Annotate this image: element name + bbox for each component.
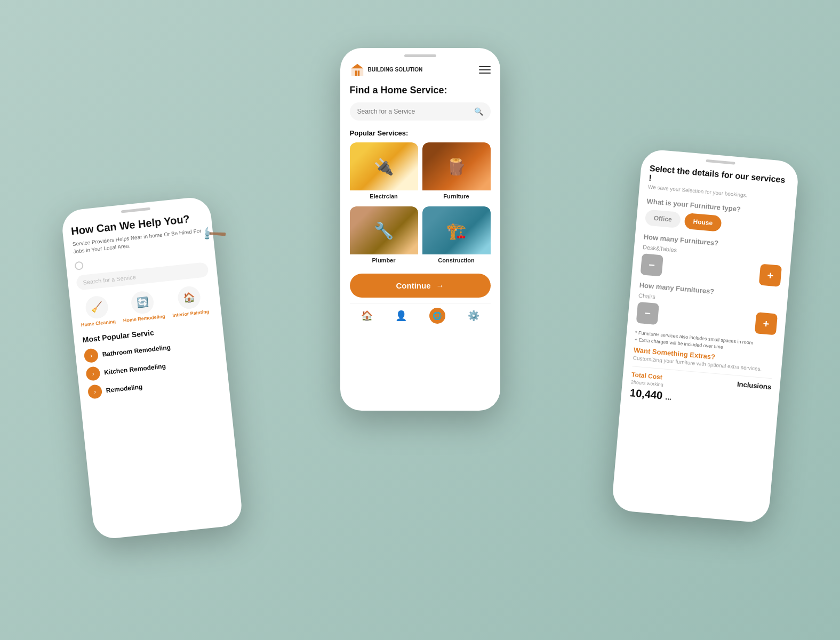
remodeling-arrow-icon: › [87, 384, 103, 399]
svg-rect-2 [355, 70, 357, 76]
chairs-plus-button[interactable]: + [755, 312, 778, 335]
cat-home-cleaning[interactable]: 🧹 Home Cleaning [78, 294, 116, 328]
left-phone: How Can We Help You? Service Providers H… [60, 196, 243, 540]
inclusions-title: Inclusions [737, 380, 771, 391]
svg-rect-3 [357, 70, 359, 76]
electrician-name: Electrcian [350, 190, 418, 202]
service-card-electrician[interactable]: Electrcian [350, 142, 418, 202]
right-phone: Select the details for our services ! We… [611, 148, 799, 523]
option-office[interactable]: Office [645, 209, 681, 228]
center-header: BUILDING SOLUTION [350, 62, 491, 77]
counter-chairs: How many Furnitures? Chairs − + [636, 281, 780, 335]
total-section: Total Cost 2hours working Inclusions 10,… [629, 366, 772, 411]
center-phone: BUILDING SOLUTION Find a Home Service: 🔍… [340, 48, 500, 411]
option-house[interactable]: House [684, 213, 722, 232]
service-card-furniture[interactable]: Furniture [422, 142, 491, 202]
counter-desk-tables: How many Furnitures? Desk&Tables − + [641, 233, 784, 287]
hamburger-menu[interactable] [479, 66, 491, 74]
continue-label: Continue [396, 281, 431, 290]
kitchen-arrow-icon: › [85, 366, 101, 381]
continue-button[interactable]: Continue → [350, 274, 491, 298]
home-remodeling-icon: 🔄 [130, 290, 155, 315]
currency-partial: ... [665, 393, 672, 402]
chairs-minus-button[interactable]: − [636, 302, 659, 325]
furniture-image [422, 142, 491, 190]
construction-name: Construction [422, 254, 491, 266]
search-icon: 🔍 [474, 107, 483, 116]
desk-minus-button[interactable]: − [641, 253, 663, 276]
plumber-image [350, 206, 418, 254]
building-solution-logo [350, 62, 365, 77]
search-input[interactable] [357, 108, 470, 115]
service-card-plumber[interactable]: Plumber [350, 206, 418, 266]
logo-area: BUILDING SOLUTION [350, 62, 423, 77]
bottom-navigation: 🏠 👤 🌐 ⚙️ [350, 303, 491, 326]
cat-interior-painting[interactable]: 🏠 Interior Painting [170, 285, 210, 319]
left-search-placeholder: Search for a Service [83, 274, 136, 285]
electrician-image [350, 142, 418, 190]
desk-plus-button[interactable]: + [759, 264, 782, 287]
interior-painting-icon: 🏠 [177, 285, 202, 310]
bathroom-arrow-icon: › [84, 348, 99, 363]
interior-painting-label: Interior Painting [172, 309, 210, 318]
cat-home-remodeling[interactable]: 🔄 Home Remodeling [121, 289, 166, 324]
home-cleaning-icon: 🧹 [84, 295, 109, 319]
services-grid: Electrcian Furniture Plumber Constructio… [350, 142, 491, 266]
continue-arrow-icon: → [436, 281, 444, 290]
construction-image [422, 206, 491, 254]
nav-settings[interactable]: ⚙️ [468, 310, 479, 322]
remodeling-label: Remodeling [106, 383, 143, 394]
plumber-name: Plumber [350, 254, 418, 266]
svg-marker-1 [351, 64, 363, 68]
furniture-name: Furniture [422, 190, 491, 202]
bathroom-label: Bathroom Remodeling [102, 343, 171, 358]
radio-button[interactable] [74, 261, 84, 270]
brand-name: BUILDING SOLUTION [368, 67, 423, 73]
home-remodeling-label: Home Remodeling [123, 314, 165, 324]
category-icons-row: 🧹 Home Cleaning 🔄 Home Remodeling 🏠 Inte… [78, 284, 213, 328]
nav-globe[interactable]: 🌐 [429, 308, 445, 324]
popular-services-label: Popular Services: [350, 129, 491, 137]
home-cleaning-label: Home Cleaning [81, 319, 116, 329]
kitchen-label: Kitchen Remodeling [104, 362, 166, 376]
nav-profile[interactable]: 👤 [395, 310, 407, 322]
service-card-construction[interactable]: Construction [422, 206, 491, 266]
nav-home[interactable]: 🏠 [361, 310, 373, 322]
search-bar[interactable]: 🔍 [350, 102, 491, 121]
page-title: Find a Home Service: [350, 85, 491, 96]
